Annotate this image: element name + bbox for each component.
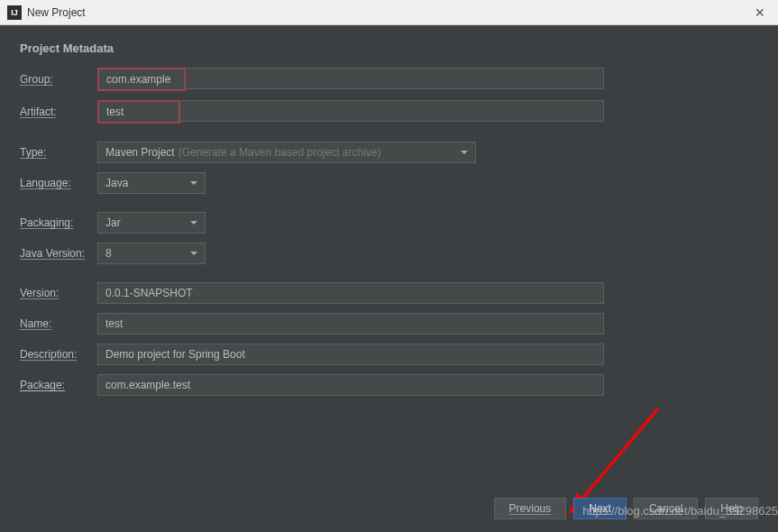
java-version-select[interactable]: 8 bbox=[97, 243, 206, 264]
name-input[interactable] bbox=[97, 313, 604, 335]
titlebar: IJ New Project ✕ bbox=[0, 0, 778, 25]
packaging-select-value: Jar bbox=[105, 216, 121, 229]
type-select-hint: (Generate a Maven based project archive) bbox=[178, 146, 381, 159]
version-label: Version: bbox=[20, 287, 97, 299]
artifact-label: Artifact: bbox=[20, 105, 97, 118]
description-label: Description: bbox=[20, 348, 97, 361]
svg-line-0 bbox=[572, 408, 658, 510]
close-icon[interactable]: ✕ bbox=[749, 5, 771, 20]
java-version-select-value: 8 bbox=[105, 247, 112, 260]
group-input[interactable] bbox=[98, 69, 185, 90]
dialog-content: Project Metadata Group: Artifact: Type: … bbox=[0, 25, 778, 532]
package-label: Package: bbox=[20, 379, 97, 391]
language-select[interactable]: Java bbox=[97, 172, 206, 194]
app-icon: IJ bbox=[7, 5, 22, 20]
type-select-value: Maven Project bbox=[105, 146, 175, 159]
type-label: Type: bbox=[20, 146, 97, 159]
group-label: Group: bbox=[20, 73, 97, 86]
packaging-label: Packaging: bbox=[20, 216, 97, 229]
packaging-select[interactable]: Jar bbox=[97, 212, 206, 234]
version-input[interactable] bbox=[97, 282, 604, 304]
package-input[interactable] bbox=[97, 374, 604, 396]
group-input-extension[interactable] bbox=[186, 68, 604, 89]
artifact-input-extension[interactable] bbox=[180, 100, 604, 122]
previous-button[interactable]: Previous bbox=[494, 498, 567, 519]
artifact-input[interactable] bbox=[98, 101, 179, 123]
section-title: Project Metadata bbox=[20, 41, 758, 55]
description-input[interactable] bbox=[97, 344, 604, 365]
watermark-text: https://blog.csdn.net/baidu_39298625 bbox=[582, 504, 778, 518]
java-version-label: Java Version: bbox=[20, 247, 97, 260]
window-title: New Project bbox=[27, 6, 86, 19]
language-label: Language: bbox=[20, 177, 97, 189]
language-select-value: Java bbox=[105, 177, 128, 189]
name-label: Name: bbox=[20, 317, 97, 330]
type-select[interactable]: Maven Project (Generate a Maven based pr… bbox=[97, 142, 476, 163]
